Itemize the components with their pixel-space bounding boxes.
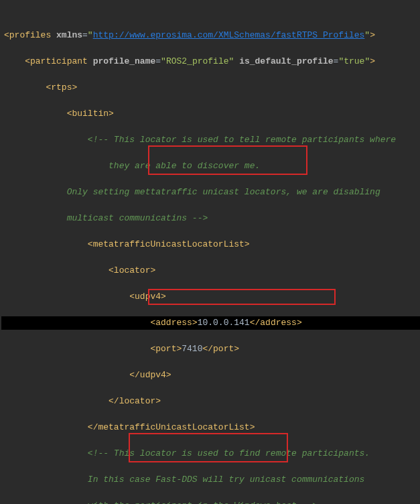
- code-line: <rtps>: [1, 81, 420, 94]
- code-line: <locator>: [1, 264, 420, 277]
- code-line: <metatrafficUnicastLocatorList>: [1, 238, 420, 251]
- code-line: <participant profile_name="ROS2_profile"…: [1, 55, 420, 68]
- code-line: multicast communicatins -->: [1, 212, 420, 225]
- code-line: <!-- This locator is used to tell remote…: [1, 133, 420, 147]
- code-line: </metatrafficUnicastLocatorList>: [1, 421, 420, 434]
- code-editor: <profiles xmlns="http://www.eprosima.com…: [0, 0, 420, 504]
- meta-address: 10.0.0.141: [198, 318, 250, 328]
- meta-port: 7410: [182, 344, 202, 354]
- code-line: with the participant in the Windows host…: [1, 499, 420, 504]
- code-line: </locator>: [1, 395, 420, 408]
- code-line: <udpv4>: [1, 290, 420, 304]
- code-line: <port>7410</port>: [1, 342, 420, 356]
- code-line: they are able to discover me.: [1, 160, 420, 173]
- code-line: <profiles xmlns="http://www.eprosima.com…: [1, 29, 420, 42]
- code-line: <!-- This locator is used to find remote…: [1, 447, 420, 460]
- code-line: Only setting mettatraffic unicast locato…: [1, 186, 420, 199]
- code-line: <builtin>: [1, 107, 420, 121]
- code-line-highlighted: <address>10.0.0.141</address>: [1, 316, 420, 330]
- code-line: </udpv4>: [1, 369, 420, 382]
- code-line: In this case Fast-DDS will try unicast c…: [1, 473, 420, 487]
